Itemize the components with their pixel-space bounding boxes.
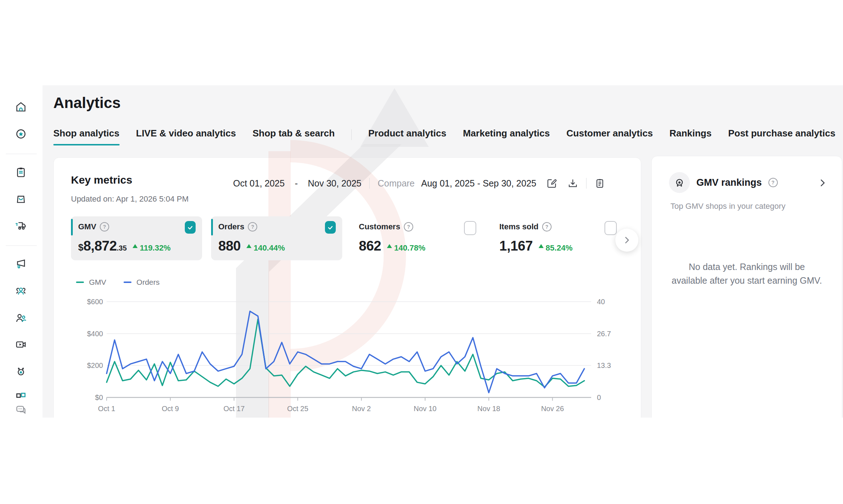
svg-text:0: 0 — [597, 393, 601, 401]
svg-text:Nov 10: Nov 10 — [414, 405, 436, 413]
svg-text:Oct 1: Oct 1 — [98, 405, 115, 413]
sidebar-divider — [6, 246, 37, 246]
svg-text:$0: $0 — [95, 393, 103, 401]
key-metrics-card: Key metrics Updated on: Apr 1, 2026 5:04… — [53, 157, 641, 418]
svg-text:Oct 25: Oct 25 — [287, 405, 308, 413]
rankings-title: GMV rankings — [696, 177, 762, 188]
tab-divider — [351, 129, 352, 140]
tab-marketing-analytics[interactable]: Marketing analytics — [463, 128, 550, 141]
chevron-right-icon — [622, 235, 632, 245]
app-window: Analytics Shop analytics LIVE & video an… — [0, 0, 843, 504]
gmv-rankings-card: GMV rankings ? Top GMV shops in your cat… — [651, 156, 842, 418]
svg-text:Nov 2: Nov 2 — [352, 405, 371, 413]
rankings-subtitle: Top GMV shops in your category — [670, 202, 785, 211]
metrics-next-button[interactable] — [615, 229, 638, 252]
content-icon[interactable] — [15, 339, 27, 350]
tab-post-purchase-analytics[interactable]: Post purchase analytics — [728, 128, 835, 141]
svg-text:Nov 18: Nov 18 — [477, 405, 500, 413]
orders-icon[interactable] — [15, 166, 27, 178]
rankings-chevron-icon[interactable] — [817, 178, 828, 188]
affiliate-icon[interactable] — [15, 285, 27, 297]
marketing-icon[interactable] — [15, 258, 27, 270]
tab-rankings[interactable]: Rankings — [669, 128, 712, 141]
discover-icon[interactable] — [15, 128, 27, 140]
tab-bar: Shop analytics LIVE & video analytics Sh… — [53, 128, 835, 141]
medal-icon-wrap — [669, 172, 690, 193]
svg-text:26.7: 26.7 — [597, 330, 611, 338]
page-title: Analytics — [53, 94, 121, 112]
rankings-empty-state: No data yet. Rankings will be available … — [663, 260, 831, 287]
sidebar-divider — [6, 154, 37, 154]
svg-text:Oct 9: Oct 9 — [162, 405, 179, 413]
content-area: Analytics Shop analytics LIVE & video an… — [43, 85, 843, 418]
home-icon[interactable] — [15, 101, 27, 113]
svg-text:13.3: 13.3 — [597, 361, 611, 369]
tab-shop-analytics[interactable]: Shop analytics — [53, 128, 120, 141]
medal-icon — [674, 177, 685, 188]
svg-text:40: 40 — [597, 298, 605, 306]
svg-text:Oct 17: Oct 17 — [223, 405, 245, 413]
apps-icon[interactable] — [15, 390, 27, 401]
svg-text:$600: $600 — [87, 298, 103, 306]
shipping-icon[interactable] — [15, 219, 27, 231]
help-icon[interactable]: ? — [768, 178, 778, 187]
customers-icon[interactable] — [15, 312, 27, 324]
gmv-orders-line-chart[interactable]: $00$20013.3$40026.7$60040Oct 1Oct 9Oct 1… — [54, 158, 641, 418]
tab-shop-tab-search[interactable]: Shop tab & search — [253, 128, 335, 141]
svg-text:Nov 26: Nov 26 — [541, 405, 564, 413]
tab-customer-analytics[interactable]: Customer analytics — [566, 128, 653, 141]
svg-text:$400: $400 — [87, 330, 103, 338]
rewards-icon[interactable] — [15, 366, 27, 377]
tab-live-video-analytics[interactable]: LIVE & video analytics — [136, 128, 236, 141]
products-icon[interactable] — [15, 193, 27, 204]
messages-icon[interactable] — [15, 404, 27, 415]
svg-text:$200: $200 — [87, 361, 103, 369]
tab-product-analytics[interactable]: Product analytics — [368, 128, 446, 141]
